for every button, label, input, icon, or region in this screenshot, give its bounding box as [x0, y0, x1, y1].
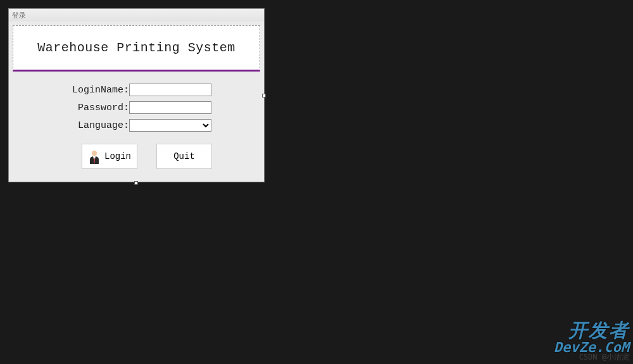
- login-button-label: Login: [104, 151, 131, 161]
- language-label: Language:: [34, 120, 129, 131]
- window-titlebar: 登录: [9, 9, 264, 22]
- svg-point-0: [92, 151, 97, 156]
- password-label: Password:: [34, 103, 129, 113]
- password-input[interactable]: [129, 101, 211, 114]
- quit-button[interactable]: Quit: [156, 144, 212, 169]
- watermark-en: DevZe.CoM: [554, 340, 629, 355]
- login-name-input[interactable]: [129, 84, 211, 96]
- app-title: Warehouse Printing System: [37, 41, 235, 55]
- password-row: Password:: [34, 101, 239, 115]
- login-button[interactable]: Login: [82, 144, 137, 169]
- watermark-sub: CSDN @小沽泥: [554, 353, 629, 361]
- button-row: Login Quit: [82, 144, 239, 169]
- language-row: Language:: [34, 118, 239, 132]
- login-name-label: LoginName:: [34, 85, 129, 96]
- login-name-row: LoginName:: [34, 83, 239, 97]
- user-icon: [88, 149, 101, 164]
- quit-button-label: Quit: [173, 151, 195, 161]
- header-panel: Warehouse Printing System: [13, 25, 260, 72]
- login-window: 登录 Warehouse Printing System LoginName: …: [8, 8, 265, 182]
- resize-handle-right[interactable]: [262, 94, 266, 97]
- language-select[interactable]: [129, 119, 211, 132]
- window-title: 登录: [12, 11, 26, 20]
- resize-handle-bottom[interactable]: [134, 181, 138, 185]
- watermark: 开发者 DevZe.CoM CSDN @小沽泥: [554, 320, 629, 361]
- login-form: LoginName: Password: Language:: [9, 72, 264, 169]
- watermark-cn: 开发者: [554, 320, 629, 341]
